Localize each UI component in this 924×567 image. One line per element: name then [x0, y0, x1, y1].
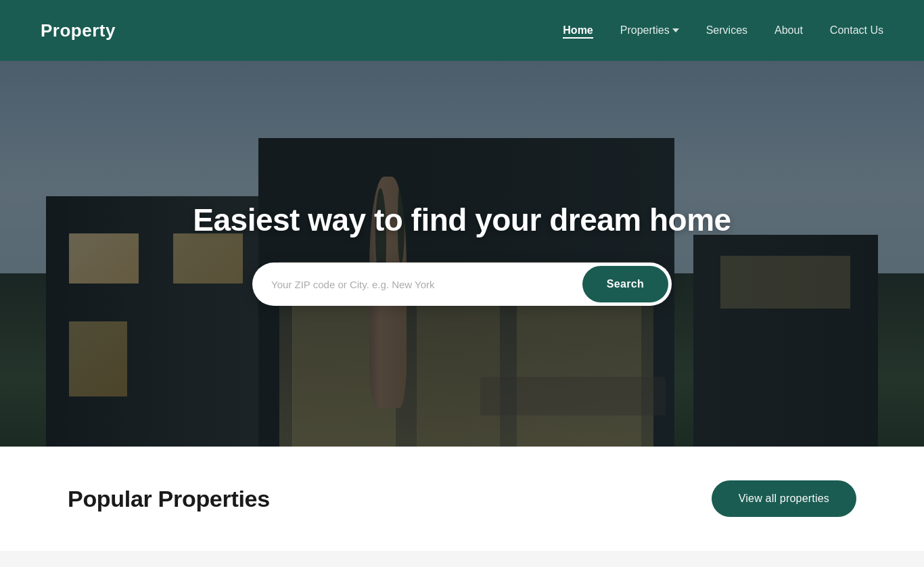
search-input[interactable] [252, 267, 579, 302]
popular-properties-section: Popular Properties View all properties [0, 447, 924, 551]
nav-item-about[interactable]: About [775, 24, 803, 37]
nav-link-home[interactable]: Home [563, 24, 593, 39]
chevron-down-icon [672, 28, 679, 32]
hero-section: Easiest way to find your dream home Sear… [0, 61, 924, 447]
nav-item-properties[interactable]: Properties [620, 24, 679, 37]
nav-item-services[interactable]: Services [706, 24, 747, 37]
nav-link-properties[interactable]: Properties [620, 24, 679, 37]
hero-title: Easiest way to find your dream home [193, 202, 731, 238]
nav-link-contact[interactable]: Contact Us [830, 24, 883, 36]
navbar: Property Home Properties Services About … [0, 0, 924, 61]
nav-item-contact[interactable]: Contact Us [830, 24, 883, 37]
nav-menu: Home Properties Services About Contact U… [563, 24, 883, 37]
hero-content: Easiest way to find your dream home Sear… [0, 61, 924, 447]
nav-item-home[interactable]: Home [563, 24, 593, 37]
hero-search-bar: Search [252, 263, 672, 306]
view-all-properties-button[interactable]: View all properties [712, 480, 856, 517]
nav-link-services[interactable]: Services [706, 24, 747, 36]
search-button[interactable]: Search [582, 266, 668, 302]
properties-header: Popular Properties View all properties [68, 480, 856, 517]
popular-properties-title: Popular Properties [68, 486, 270, 512]
nav-link-about[interactable]: About [775, 24, 803, 36]
brand-logo[interactable]: Property [41, 20, 116, 41]
